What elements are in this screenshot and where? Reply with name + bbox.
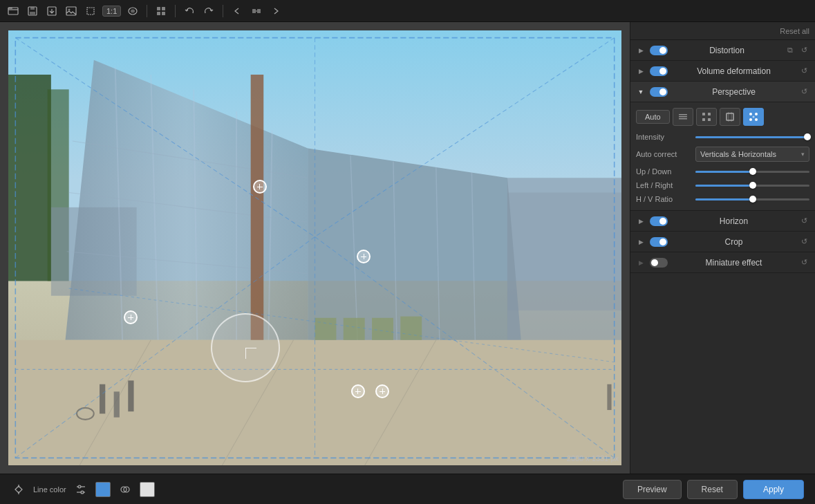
distortion-toggle-knob <box>659 47 666 54</box>
miniature-toggle-knob <box>651 259 658 266</box>
volume-deformation-section-row[interactable]: ▶ Volume deformation ↺ <box>630 61 815 82</box>
svg-rect-21 <box>51 207 137 296</box>
volume-reset-icon[interactable]: ↺ <box>798 66 809 77</box>
distortion-reset-icon[interactable]: ↺ <box>798 45 809 56</box>
svg-line-57 <box>69 288 615 362</box>
preview-button[interactable]: Preview <box>623 480 682 499</box>
crop-reset-icon[interactable]: ↺ <box>798 236 809 248</box>
svg-point-73 <box>755 118 758 121</box>
autocorrect-chevron-icon: ▾ <box>801 151 805 158</box>
photo-icon[interactable] <box>64 3 79 19</box>
svg-rect-51 <box>607 384 611 410</box>
canvas-area: 2000 x 1331 px <box>0 22 630 474</box>
left-right-thumb[interactable] <box>749 182 756 189</box>
svg-rect-6 <box>66 7 76 15</box>
svg-rect-32 <box>251 75 264 347</box>
reset-button[interactable]: Reset <box>687 480 738 499</box>
control-point-left[interactable] <box>124 310 138 324</box>
redo-icon[interactable] <box>201 3 216 19</box>
miniature-toggle[interactable] <box>650 258 668 268</box>
line-color-blue-swatch[interactable] <box>95 482 111 497</box>
right-panel: Reset all ▶ Distortion ⧉ ↺ ▶ Volume defo… <box>630 22 815 474</box>
svg-line-30 <box>69 193 308 223</box>
horizon-toggle[interactable] <box>650 216 668 226</box>
svg-rect-65 <box>702 118 705 121</box>
reset-all-button[interactable]: Reset all <box>780 27 809 35</box>
undo-icon[interactable] <box>182 3 197 19</box>
dimension-label: 2000 x 1331 px <box>567 454 619 463</box>
up-down-track[interactable] <box>695 171 809 173</box>
auto-button[interactable]: Auto <box>636 110 670 124</box>
svg-line-42 <box>365 340 436 465</box>
forward-icon[interactable] <box>268 3 283 19</box>
svg-rect-46 <box>400 317 422 340</box>
crop-title: Crop <box>672 237 796 247</box>
perspective-reset-icon[interactable]: ↺ <box>798 86 809 97</box>
mode-points-icon[interactable] <box>743 108 764 126</box>
svg-rect-20 <box>48 89 69 281</box>
mode-lines-icon[interactable] <box>673 108 693 126</box>
grid-icon[interactable] <box>153 3 169 19</box>
snap-icon[interactable] <box>249 3 264 19</box>
svg-line-25 <box>151 75 158 340</box>
svg-line-29 <box>73 141 308 178</box>
up-down-thumb[interactable] <box>749 168 756 175</box>
panel-header: Reset all <box>630 22 815 40</box>
toolbar-separator-3 <box>223 5 223 17</box>
control-point-top-right[interactable] <box>357 250 371 263</box>
horizon-section-row[interactable]: ▶ Horizon ↺ <box>630 211 815 232</box>
hv-ratio-track[interactable] <box>695 198 809 200</box>
svg-rect-48 <box>114 391 120 417</box>
svg-point-10 <box>131 9 135 12</box>
hv-ratio-thumb[interactable] <box>749 196 756 203</box>
back-icon[interactable] <box>229 3 245 19</box>
control-point-bottom-left[interactable] <box>351 384 365 398</box>
export-icon[interactable] <box>44 3 59 19</box>
miniature-reset-icon[interactable]: ↺ <box>798 257 809 268</box>
mask-icon[interactable] <box>125 3 140 19</box>
perspective-expand-icon: ▼ <box>636 87 646 97</box>
open-file-icon[interactable] <box>6 3 21 19</box>
volume-toggle[interactable] <box>650 66 668 76</box>
perspective-section-row[interactable]: ▼ Perspective ↺ <box>630 82 815 102</box>
svg-rect-39 <box>8 340 621 465</box>
svg-rect-47 <box>100 384 105 414</box>
mode-crop-icon[interactable] <box>720 108 740 126</box>
hv-ratio-fill <box>695 198 753 200</box>
intensity-thumb[interactable] <box>804 133 811 140</box>
horizon-expand-icon: ▶ <box>636 216 646 226</box>
svg-point-71 <box>755 113 758 115</box>
left-right-track[interactable] <box>695 185 809 187</box>
autocorrect-select[interactable]: Verticals & Horizontals ▾ <box>695 147 809 162</box>
blend-icon[interactable] <box>118 482 133 497</box>
save-icon[interactable] <box>25 3 40 19</box>
perspective-toggle[interactable] <box>650 87 668 97</box>
distortion-section-row[interactable]: ▶ Distortion ⧉ ↺ <box>630 40 815 61</box>
miniature-section-row[interactable]: ▶ Miniature effect ↺ <box>630 252 815 273</box>
horizon-reset-icon[interactable]: ↺ <box>798 216 809 227</box>
svg-marker-23 <box>66 60 308 340</box>
line-color-white-swatch[interactable] <box>140 482 155 497</box>
left-right-slider-row: Left / Right <box>636 181 809 189</box>
distortion-copy-icon[interactable]: ⧉ <box>785 45 796 56</box>
crop-section-row[interactable]: ▶ Crop ↺ <box>630 232 815 252</box>
intensity-track[interactable] <box>695 136 809 138</box>
apply-button[interactable]: Apply <box>743 480 804 499</box>
control-point-top[interactable] <box>253 180 267 194</box>
mode-grid-icon[interactable] <box>696 108 717 126</box>
control-point-bottom-right[interactable] <box>375 384 389 398</box>
zoom-badge[interactable]: 1:1 <box>102 6 121 17</box>
svg-line-35 <box>393 162 397 344</box>
svg-rect-12 <box>162 7 165 10</box>
svg-rect-66 <box>708 118 711 121</box>
photo-background <box>8 30 621 465</box>
canvas-container[interactable] <box>8 30 621 465</box>
bottom-left-controls: Line color <box>11 482 623 497</box>
crop-toggle[interactable] <box>650 237 668 247</box>
line-adjust-icon[interactable] <box>73 482 88 497</box>
distortion-toggle[interactable] <box>650 46 668 55</box>
volume-title: Volume deformation <box>672 66 796 76</box>
volume-toggle-knob <box>659 68 666 75</box>
crop-icon[interactable] <box>83 3 98 19</box>
bottom-tool-icon[interactable] <box>11 482 26 497</box>
